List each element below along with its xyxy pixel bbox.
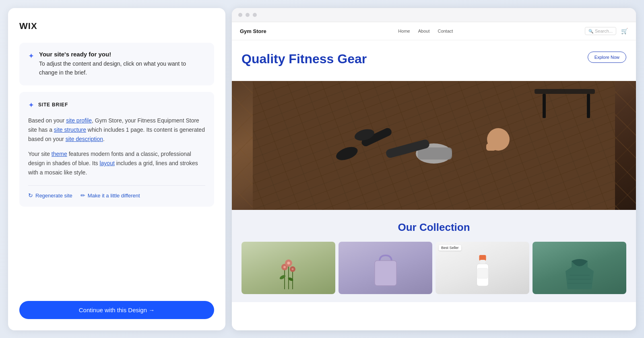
theme-link[interactable]: theme (52, 151, 67, 157)
collection-item-2[interactable] (339, 242, 432, 294)
browser-dot-2 (246, 13, 250, 17)
make-different-button[interactable]: ✏ Make it a little different (80, 192, 140, 199)
svg-point-23 (283, 266, 286, 268)
browser-dot-3 (253, 13, 257, 17)
brief-body: Based on your site profile, Gym Store, y… (28, 116, 205, 178)
brief-p2-pre: Your site (28, 151, 52, 157)
svg-point-24 (287, 262, 290, 265)
collection-grid: Best Seller (242, 242, 626, 294)
search-placeholder: Search... (595, 29, 613, 33)
svg-point-26 (279, 274, 286, 280)
nav-contact[interactable]: Contact (438, 29, 453, 33)
ready-card-content: Your site's ready for you! To adjust the… (39, 51, 205, 77)
hero-image (232, 81, 636, 210)
make-different-icon: ✏ (80, 192, 85, 199)
continue-button-label: Continue with this Design → (79, 307, 155, 313)
regenerate-label: Regenerate site (35, 193, 72, 199)
ready-card-description: To adjust the content and design, click … (39, 59, 205, 77)
item-2-decoration (372, 253, 400, 289)
website-preview: Gym Store Home About Contact 🔍 Search...… (232, 22, 636, 330)
brief-card: ✦ SITE BRIEF Based on your site profile,… (19, 92, 214, 207)
site-structure-link[interactable]: site structure (54, 126, 86, 133)
brief-header: ✦ SITE BRIEF (28, 100, 205, 110)
svg-point-25 (291, 268, 293, 270)
brief-paragraph-1: Based on your site profile, Gym Store, y… (28, 116, 205, 144)
hero-svg (232, 81, 636, 210)
continue-button[interactable]: Continue with this Design → (19, 301, 214, 319)
svg-rect-16 (587, 94, 590, 118)
make-different-label: Make it a little different (88, 193, 140, 199)
brief-actions: ↻ Regenerate site ✏ Make it a little dif… (28, 185, 205, 199)
ready-card: ✦ Your site's ready for you! To adjust t… (19, 43, 214, 85)
brief-paragraph-2: Your site theme features modern fonts an… (28, 149, 205, 177)
svg-rect-30 (479, 255, 486, 261)
regenerate-button[interactable]: ↻ Regenerate site (28, 192, 72, 199)
nav-links: Home About Contact (398, 29, 453, 33)
item-1-decoration (277, 257, 301, 291)
nav-right: 🔍 Search... 🛒 (585, 27, 628, 35)
svg-rect-14 (535, 89, 595, 94)
sparkle-icon: ✦ (28, 52, 34, 60)
layout-link[interactable]: layout (99, 160, 114, 166)
brief-sparkle-icon: ✦ (28, 101, 34, 110)
hero-image-content (232, 81, 636, 210)
bag-svg (372, 253, 400, 288)
item-3-decoration (473, 254, 491, 290)
browser-dot-1 (238, 13, 242, 17)
nav-about[interactable]: About (418, 29, 430, 33)
site-logo: Gym Store (240, 28, 266, 34)
brief-p1-pre: Based on your (28, 117, 66, 124)
collection-item-4[interactable] (533, 242, 626, 294)
flowers-svg (277, 257, 301, 289)
brief-p1-end: . (103, 136, 105, 142)
site-description-link[interactable]: site description (66, 136, 103, 142)
wix-logo: WIX (19, 21, 214, 31)
collection-item-3[interactable]: Best Seller (436, 242, 529, 294)
svg-rect-34 (477, 268, 487, 278)
item-4-decoration (564, 255, 596, 291)
hero-section: Quality Fitness Gear Explore Now (232, 40, 636, 81)
site-profile-link[interactable]: site profile (66, 117, 92, 124)
collection-item-1[interactable] (242, 242, 335, 294)
best-seller-badge: Best Seller (439, 245, 461, 251)
sweater-svg (564, 255, 596, 289)
collection-title: Our Collection (242, 221, 626, 234)
svg-rect-8 (486, 143, 496, 151)
explore-button[interactable]: Explore Now (588, 52, 626, 63)
collection-section: Our Collection (232, 210, 636, 302)
cart-icon[interactable]: 🛒 (621, 28, 628, 34)
brief-title: SITE BRIEF (38, 102, 68, 108)
right-panel: Gym Store Home About Contact 🔍 Search...… (232, 8, 636, 330)
hero-title: Quality Fitness Gear (242, 52, 367, 66)
svg-rect-15 (543, 94, 546, 118)
svg-rect-28 (375, 261, 396, 286)
search-icon: 🔍 (588, 29, 593, 33)
regenerate-icon: ↻ (28, 192, 33, 199)
bottle-svg (473, 254, 491, 288)
hero-row: Quality Fitness Gear Explore Now (242, 52, 626, 66)
search-bar[interactable]: 🔍 Search... (585, 27, 616, 35)
site-nav: Gym Store Home About Contact 🔍 Search...… (232, 22, 636, 40)
left-panel: WIX ✦ Your site's ready for you! To adju… (8, 8, 225, 330)
svg-rect-9 (418, 147, 452, 160)
browser-bar (232, 8, 636, 22)
main-container: WIX ✦ Your site's ready for you! To adju… (8, 8, 636, 330)
ready-card-title: Your site's ready for you! (39, 51, 205, 58)
nav-home[interactable]: Home (398, 29, 410, 33)
